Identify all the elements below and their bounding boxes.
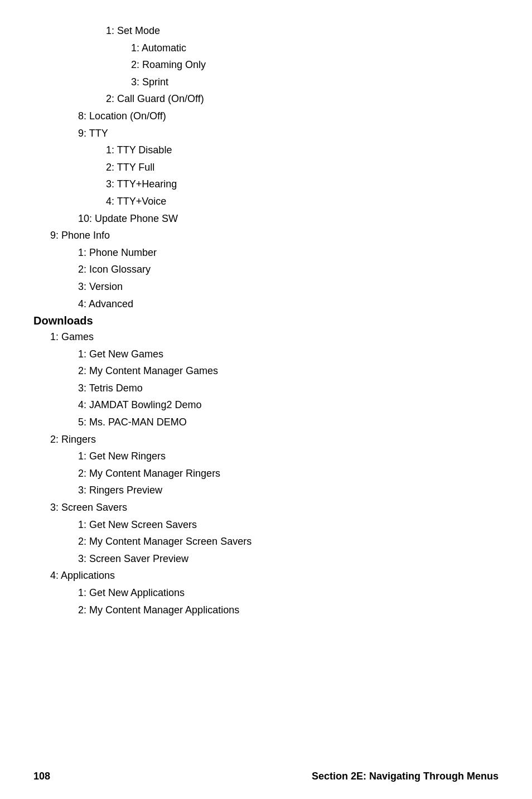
list-item: 8: Location (On/Off) [33,108,499,125]
list-item: 1: Games [33,328,499,346]
list-item: 3: TTY+Hearing [33,176,499,193]
list-item: 2: TTY Full [33,159,499,176]
list-item: 3: Version [33,278,499,296]
page-number: 108 [33,771,50,782]
list-item: 3: Screen Saver Preview [33,550,499,568]
list-item: 1: Automatic [33,40,499,57]
list-item: 3: Screen Savers [33,499,499,516]
list-item: 2: Call Guard (On/Off) [33,90,499,108]
list-item: 4: TTY+Voice [33,193,499,210]
list-item: 9: TTY [33,125,499,142]
list-item: 2: My Content Manager Games [33,362,499,380]
list-item: 4: Applications [33,567,499,584]
list-item: 2: My Content Manager Ringers [33,465,499,482]
list-item: 3: Sprint [33,74,499,91]
list-item: 3: Tetris Demo [33,380,499,397]
list-item: 1: Get New Applications [33,584,499,602]
list-item: 1: Get New Screen Savers [33,516,499,534]
list-item: 10: Update Phone SW [33,210,499,227]
list-item: 1: Set Mode [33,22,499,40]
list-item: 3: Ringers Preview [33,482,499,499]
section-header-downloads: Downloads [33,314,499,327]
section-title: Section 2E: Navigating Through Menus [312,771,499,782]
list-item: 1: Get New Ringers [33,448,499,465]
list-item: 5: Ms. PAC-MAN DEMO [33,414,499,431]
list-item: 4: JAMDAT Bowling2 Demo [33,396,499,414]
list-item: 1: TTY Disable [33,142,499,159]
list-item: 1: Phone Number [33,244,499,262]
list-item: 2: My Content Manager Applications [33,602,499,619]
list-item: 2: Icon Glossary [33,261,499,278]
page-content: 1: Set Mode 1: Automatic 2: Roaming Only… [0,0,532,663]
page-footer: 108 Section 2E: Navigating Through Menus [33,771,499,782]
list-item: 1: Get New Games [33,346,499,363]
list-item: 4: Advanced [33,296,499,313]
list-item: 9: Phone Info [33,227,499,244]
list-item: 2: Ringers [33,431,499,448]
list-item: 2: Roaming Only [33,56,499,74]
list-item: 2: My Content Manager Screen Savers [33,533,499,550]
